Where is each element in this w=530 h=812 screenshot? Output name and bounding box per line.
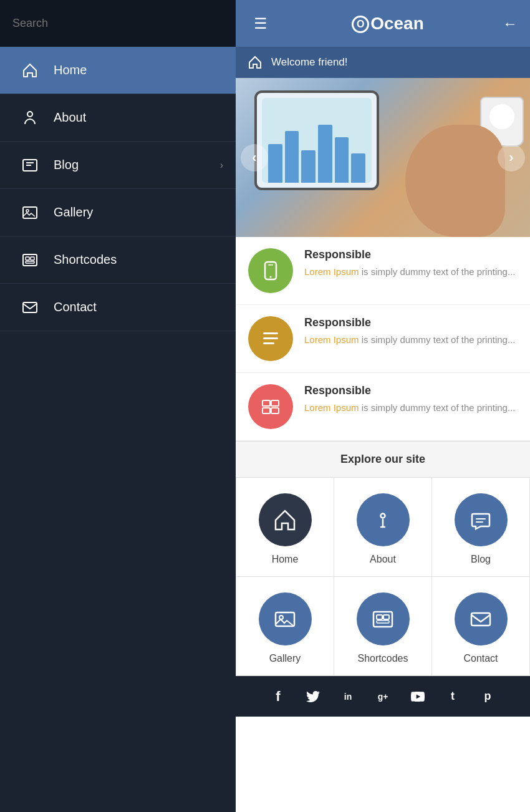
explore-shortcodes-label: Shortcodes xyxy=(358,653,408,664)
welcome-text: Welcome friend! xyxy=(271,56,348,69)
svg-rect-6 xyxy=(31,257,34,260)
feature-3-icon xyxy=(248,384,293,429)
svg-point-21 xyxy=(279,616,283,619)
svg-point-3 xyxy=(26,210,29,212)
about-icon xyxy=(19,107,41,129)
twitter-icon[interactable] xyxy=(302,685,324,708)
svg-rect-8 xyxy=(23,302,37,312)
svg-rect-16 xyxy=(271,400,279,406)
svg-rect-4 xyxy=(23,254,37,266)
explore-home-icon xyxy=(259,493,312,546)
svg-rect-11 xyxy=(268,264,273,266)
svg-rect-14 xyxy=(263,342,274,344)
svg-rect-15 xyxy=(263,400,270,406)
explore-home-label: Home xyxy=(272,554,299,565)
explore-cell-about[interactable]: About xyxy=(334,478,432,577)
googleplus-icon[interactable]: g+ xyxy=(372,685,394,708)
svg-rect-17 xyxy=(263,408,270,413)
brand-o-icon: O xyxy=(352,16,369,33)
feature-2-desc: Lorem Ipsum is simply dummy text of the … xyxy=(304,333,515,347)
feature-3-desc: Lorem Ipsum is simply dummy text of the … xyxy=(304,401,515,415)
feature-1-text: Responsible Lorem Ipsum is simply dummy … xyxy=(304,248,515,279)
explore-gallery-label: Gallery xyxy=(269,653,301,664)
svg-rect-12 xyxy=(263,332,278,334)
feature-1-title: Responsible xyxy=(304,248,515,261)
sidebar-item-blog[interactable]: Blog › xyxy=(0,142,236,189)
explore-grid: Home About Blog xyxy=(236,478,530,676)
back-button[interactable]: ← xyxy=(503,15,518,32)
explore-cell-shortcodes[interactable]: Shortcodes xyxy=(334,577,432,676)
search-input[interactable] xyxy=(12,17,223,30)
explore-section: Explore our site xyxy=(236,441,530,478)
linkedin-icon[interactable]: in xyxy=(337,685,359,708)
explore-blog-icon xyxy=(455,493,508,546)
pinterest-icon[interactable]: p xyxy=(476,685,499,708)
explore-contact-icon xyxy=(455,592,508,645)
feature-1-icon xyxy=(248,248,293,293)
welcome-home-icon xyxy=(248,56,262,69)
main-content: ☰ OOcean ← Welcome friend! xyxy=(236,0,530,812)
feature-3-title: Responsible xyxy=(304,384,515,397)
feature-3-text: Responsible Lorem Ipsum is simply dummy … xyxy=(304,384,515,415)
feature-2-title: Responsible xyxy=(304,316,515,329)
sidebar-item-home-label: Home xyxy=(54,63,87,77)
search-bar[interactable] xyxy=(0,0,236,47)
main-header: ☰ OOcean ← xyxy=(236,0,530,47)
svg-rect-18 xyxy=(271,408,279,413)
svg-rect-7 xyxy=(26,261,34,263)
svg-rect-23 xyxy=(377,615,382,619)
blog-arrow-icon: › xyxy=(220,160,223,171)
hand-decoration xyxy=(405,125,505,237)
svg-rect-24 xyxy=(383,615,389,619)
svg-point-0 xyxy=(27,112,32,117)
svg-rect-13 xyxy=(263,337,278,339)
svg-rect-5 xyxy=(26,257,29,260)
sidebar-item-shortcodes-label: Shortcodes xyxy=(54,253,117,267)
gallery-icon xyxy=(19,201,41,224)
svg-rect-25 xyxy=(377,621,389,623)
explore-shortcodes-icon xyxy=(357,592,410,645)
contact-icon xyxy=(19,296,41,319)
hero-image xyxy=(236,78,530,237)
explore-about-icon xyxy=(357,493,410,546)
facebook-icon[interactable]: f xyxy=(267,685,289,708)
sidebar-item-contact[interactable]: Contact xyxy=(0,284,236,331)
sidebar-item-about[interactable]: About xyxy=(0,94,236,142)
sidebar-item-home[interactable]: Home xyxy=(0,47,236,94)
feature-2-text: Responsible Lorem Ipsum is simply dummy … xyxy=(304,316,515,347)
slider-next-button[interactable]: › xyxy=(498,144,525,172)
hero-slider: ‹ › xyxy=(236,78,530,237)
explore-gallery-icon xyxy=(259,592,312,645)
hamburger-button[interactable]: ☰ xyxy=(248,15,273,32)
sidebar-item-shortcodes[interactable]: Shortcodes xyxy=(0,236,236,284)
explore-about-label: About xyxy=(370,554,396,565)
tablet-screen xyxy=(262,98,372,183)
svg-rect-26 xyxy=(471,613,490,626)
feature-item-2: Responsible Lorem Ipsum is simply dummy … xyxy=(236,305,530,373)
svg-point-10 xyxy=(270,276,272,278)
explore-cell-home[interactable]: Home xyxy=(236,478,334,577)
explore-cell-contact[interactable]: Contact xyxy=(432,577,530,676)
explore-blog-label: Blog xyxy=(471,554,491,565)
brand-title: OOcean xyxy=(282,14,493,34)
svg-point-19 xyxy=(381,513,385,518)
home-icon xyxy=(19,59,41,82)
sidebar-item-gallery-label: Gallery xyxy=(54,205,93,220)
explore-cell-blog[interactable]: Blog xyxy=(432,478,530,577)
explore-title: Explore our site xyxy=(340,453,425,465)
blog-icon xyxy=(19,154,41,176)
feature-item-1: Responsible Lorem Ipsum is simply dummy … xyxy=(236,237,530,305)
explore-contact-label: Contact xyxy=(463,653,498,664)
social-footer: f in g+ t p xyxy=(236,676,530,717)
feature-item-3: Responsible Lorem Ipsum is simply dummy … xyxy=(236,373,530,441)
tablet-decoration xyxy=(254,90,379,190)
tumblr-icon[interactable]: t xyxy=(441,685,464,708)
feature-2-icon xyxy=(248,316,293,361)
sidebar-item-gallery[interactable]: Gallery xyxy=(0,189,236,236)
sidebar-item-contact-label: Contact xyxy=(54,300,97,314)
youtube-icon[interactable] xyxy=(407,685,429,708)
welcome-bar: Welcome friend! xyxy=(236,47,530,78)
slider-prev-button[interactable]: ‹ xyxy=(241,144,268,172)
sidebar-item-about-label: About xyxy=(54,110,86,125)
explore-cell-gallery[interactable]: Gallery xyxy=(236,577,334,676)
